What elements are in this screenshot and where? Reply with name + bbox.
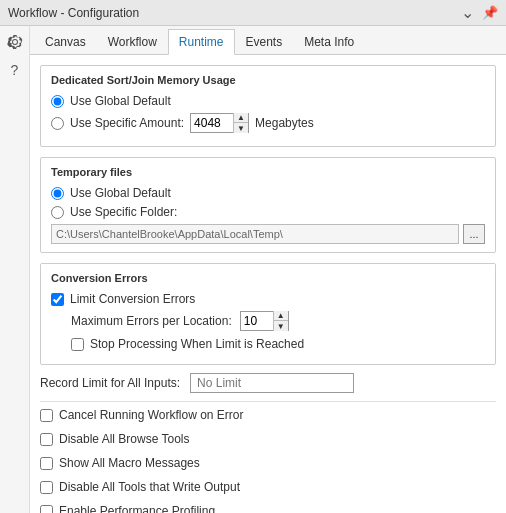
pin-icon[interactable]: 📌 [482,5,498,20]
collapse-icon[interactable]: ⌄ [461,3,474,22]
title-bar: Workflow - Configuration ⌄ 📌 [0,0,506,26]
max-errors-spin-up[interactable]: ▲ [274,311,288,321]
tab-metainfo[interactable]: Meta Info [293,29,365,54]
conversion-errors-section: Conversion Errors Limit Conversion Error… [40,263,496,365]
max-errors-row: Maximum Errors per Location: ▲ ▼ [71,311,485,331]
check-performance: Enable Performance Profiling [40,504,496,513]
spin-buttons: ▲ ▼ [233,113,248,133]
temp-files-section: Temporary files Use Global Default Use S… [40,157,496,253]
performance-checkbox[interactable] [40,505,53,514]
max-errors-input[interactable] [241,312,273,330]
radio-temp-global-label: Use Global Default [70,186,171,200]
cancel-workflow-label: Cancel Running Workflow on Error [59,408,244,422]
cancel-workflow-checkbox[interactable] [40,409,53,422]
folder-path-input[interactable] [51,224,459,244]
content-area: Canvas Workflow Runtime Events Meta Info… [30,26,506,513]
disable-write-label: Disable All Tools that Write Output [59,480,240,494]
specific-amount-spinner: ▲ ▼ [190,113,249,133]
sidebar: ? [0,26,30,513]
title-bar-text: Workflow - Configuration [8,6,139,20]
bottom-checks: Cancel Running Workflow on Error Disable… [40,408,496,513]
radio-specific-amount-label: Use Specific Amount: [70,116,184,130]
radio-global-default-label: Use Global Default [70,94,171,108]
radio-specific-folder-row: Use Specific Folder: [51,205,485,219]
browse-button[interactable]: ... [463,224,485,244]
radio-use-specific-amount[interactable] [51,117,64,130]
main-layout: ? Canvas Workflow Runtime Events Meta In… [0,26,506,513]
disable-write-checkbox[interactable] [40,481,53,494]
radio-temp-global-default[interactable] [51,187,64,200]
folder-path-row: ... [51,224,485,244]
check-disable-write: Disable All Tools that Write Output [40,480,496,494]
radio-specific-folder-label: Use Specific Folder: [70,205,177,219]
spin-down-btn[interactable]: ▼ [234,123,248,133]
spin-up-btn[interactable]: ▲ [234,113,248,123]
show-macro-checkbox[interactable] [40,457,53,470]
record-limit-label: Record Limit for All Inputs: [40,376,180,390]
stop-processing-label: Stop Processing When Limit is Reached [90,337,304,351]
specific-amount-input[interactable] [191,114,233,132]
dedicated-sort-section: Dedicated Sort/Join Memory Usage Use Glo… [40,65,496,147]
stop-processing-row: Stop Processing When Limit is Reached [71,337,485,351]
check-cancel-workflow: Cancel Running Workflow on Error [40,408,496,422]
tab-events[interactable]: Events [235,29,294,54]
tab-canvas[interactable]: Canvas [34,29,97,54]
max-errors-spin-down[interactable]: ▼ [274,321,288,331]
title-bar-controls: ⌄ 📌 [461,3,498,22]
radio-use-specific-folder[interactable] [51,206,64,219]
divider [40,401,496,402]
disable-browse-checkbox[interactable] [40,433,53,446]
radio-global-default-row: Use Global Default [51,94,485,108]
record-limit-input[interactable] [190,373,354,393]
radio-temp-global-row: Use Global Default [51,186,485,200]
max-errors-label: Maximum Errors per Location: [71,314,232,328]
conversion-errors-title: Conversion Errors [51,272,485,284]
performance-label: Enable Performance Profiling [59,504,215,513]
sidebar-icon-gear[interactable] [5,32,25,52]
dedicated-sort-title: Dedicated Sort/Join Memory Usage [51,74,485,86]
temp-files-title: Temporary files [51,166,485,178]
sidebar-icon-question[interactable]: ? [5,60,25,80]
stop-processing-checkbox[interactable] [71,338,84,351]
show-macro-label: Show All Macro Messages [59,456,200,470]
tab-runtime[interactable]: Runtime [168,29,235,55]
max-errors-spin-buttons: ▲ ▼ [273,311,288,331]
radio-use-global-default[interactable] [51,95,64,108]
title-bar-label: Workflow - Configuration [8,6,139,20]
check-disable-browse: Disable All Browse Tools [40,432,496,446]
disable-browse-label: Disable All Browse Tools [59,432,190,446]
check-show-macro: Show All Macro Messages [40,456,496,470]
limit-errors-row: Limit Conversion Errors [51,292,485,306]
tab-bar: Canvas Workflow Runtime Events Meta Info [30,26,506,55]
radio-specific-amount-row: Use Specific Amount: ▲ ▼ Megabytes [51,113,485,133]
record-limit-row: Record Limit for All Inputs: [40,373,496,393]
max-errors-spinner: ▲ ▼ [240,311,289,331]
tab-workflow[interactable]: Workflow [97,29,168,54]
limit-errors-checkbox[interactable] [51,293,64,306]
megabytes-label: Megabytes [255,116,314,130]
limit-errors-label: Limit Conversion Errors [70,292,195,306]
spin-input-wrap: ▲ ▼ Megabytes [190,113,314,133]
